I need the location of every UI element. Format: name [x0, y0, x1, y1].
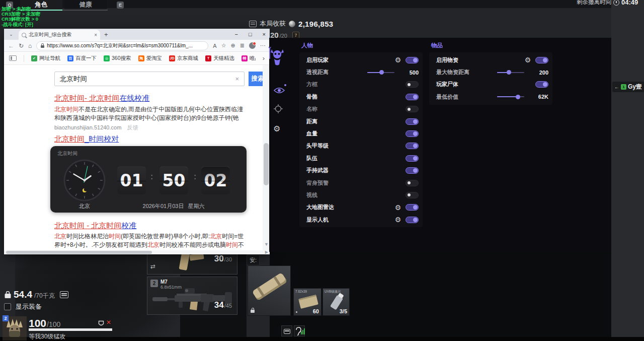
menu-row-启用物资[interactable]: 启用物资⚙ — [429, 54, 552, 66]
more-menu-icon[interactable]: ⋯ — [260, 42, 266, 49]
toggle-knob — [543, 58, 547, 62]
extensions-icon[interactable]: ⊕ — [231, 42, 235, 49]
scroll-down-arrow[interactable]: ▼ — [264, 242, 269, 247]
slider-track[interactable] — [497, 96, 524, 97]
scrollbar-thumb[interactable] — [6, 251, 152, 254]
result-title-link[interactable]: 北京时间- 北京时间在线校准 — [54, 94, 149, 102]
slider-knob[interactable] — [516, 95, 520, 99]
maximize-button[interactable]: □ — [249, 31, 252, 37]
toggle-on[interactable] — [406, 167, 419, 174]
list-icon[interactable] — [249, 21, 257, 27]
toggle-on[interactable] — [406, 118, 419, 125]
toggle-on[interactable] — [406, 143, 419, 149]
menu-row-启用玩家[interactable]: 启用玩家⚙ — [299, 54, 423, 66]
result-domain[interactable]: biaozhunshijian.51240.com — [54, 124, 121, 130]
browser-tab[interactable]: 北京时间_综合搜索 × — [19, 30, 100, 40]
menu-row-方框[interactable]: 方框 — [299, 79, 423, 91]
toggle-on[interactable] — [535, 57, 548, 63]
clear-search-icon[interactable]: × — [235, 75, 239, 83]
search-input[interactable]: 北京时间 × — [54, 72, 245, 86]
show-equipment-checkbox[interactable] — [4, 303, 11, 310]
menu-row-距离[interactable]: 距离 — [299, 115, 423, 127]
menu-row-背身预警[interactable]: 背身预警 — [299, 177, 423, 189]
read-aloud-icon[interactable]: A — [213, 43, 216, 49]
result-title-link[interactable]: 北京时间 - 北京时间校准 — [54, 222, 136, 230]
profile-avatar[interactable] — [249, 42, 256, 49]
slider-track[interactable] — [367, 72, 394, 73]
menu-row-透视距离[interactable]: 透视距离500 — [299, 66, 423, 78]
safe-item-slot[interactable] — [248, 265, 291, 316]
new-tab-button[interactable]: + — [104, 31, 108, 38]
slider-knob[interactable] — [379, 70, 384, 75]
bookmark-百度一下[interactable]: 百百度一下 — [67, 55, 97, 62]
menu-row-最低价值[interactable]: 最低价值62K — [429, 91, 552, 103]
favorite-star-icon[interactable]: ☆ — [221, 42, 226, 49]
toggle-off[interactable] — [406, 81, 419, 88]
tab-search-chevron[interactable]: ⌄ — [7, 30, 16, 38]
menu-row-玩家尸体[interactable]: 玩家尸体 — [429, 79, 552, 91]
horizontal-scrollbar[interactable]: ▶ — [4, 250, 270, 254]
ammo-max: /45 — [224, 303, 232, 309]
weapon-card-primary[interactable]: 2 M7 6.8x51mm 34 /45 — [147, 277, 237, 315]
gear-icon[interactable]: ⚙ — [273, 124, 280, 133]
swap-weapon-icon[interactable]: ⇄ — [150, 263, 155, 270]
gear-icon[interactable]: ⚙ — [393, 204, 403, 211]
toggle-on[interactable] — [406, 217, 419, 223]
crosshair-icon[interactable] — [274, 104, 283, 113]
minimize-button[interactable]: − — [234, 31, 237, 37]
show-equipment-row[interactable]: 显示装备 — [4, 302, 42, 311]
collections-icon[interactable]: ≣ — [240, 42, 245, 49]
bookmark-唯品会[interactable]: 特唯品会 — [242, 55, 256, 62]
search-value[interactable]: 北京时间 — [60, 75, 235, 84]
tab-health[interactable]: 健康 — [64, 0, 107, 10]
home-button[interactable]: ⌂ — [28, 42, 32, 49]
result-feedback-link[interactable]: 反馈 — [127, 124, 138, 130]
menu-row-骨骼[interactable]: 骨骼 — [299, 91, 423, 103]
back-button[interactable]: ← — [8, 42, 14, 49]
tab-panel-icon[interactable] — [9, 55, 17, 61]
slider-knob[interactable] — [507, 70, 511, 75]
refresh-button[interactable]: ↻ — [19, 42, 24, 49]
bookmark-京东商城[interactable]: JD京东商城 — [169, 55, 198, 62]
bookmark-360搜索[interactable]: ◎360搜索 — [104, 55, 131, 62]
chevron-right-icon[interactable]: › — [263, 54, 265, 62]
gear-icon[interactable]: ⚙ — [393, 56, 403, 63]
scroll-right-arrow[interactable]: ▶ — [265, 250, 268, 254]
tab-close-icon[interactable]: × — [94, 32, 97, 38]
menu-row-头甲等级[interactable]: 头甲等级 — [299, 140, 423, 152]
close-button[interactable]: × — [263, 31, 266, 37]
gear-icon[interactable]: ⚙ — [393, 216, 403, 223]
menu-row-血量[interactable]: 血量 — [299, 127, 423, 140]
bookmark-爱淘宝[interactable]: 淘爱淘宝 — [138, 55, 163, 62]
bookmark-天猫精选[interactable]: T天猫精选 — [205, 55, 234, 62]
item-card-meds[interactable]: UVB镇痛片 3/5 — [323, 288, 350, 316]
toggle-on[interactable] — [535, 81, 548, 88]
result-title-link[interactable]: 北京时间_时间校对 — [54, 135, 119, 143]
toggle-off[interactable] — [406, 180, 419, 186]
toggle-on[interactable] — [406, 57, 419, 63]
toggle-on[interactable] — [406, 204, 419, 211]
bookmark-网址导航[interactable]: ✔网址导航 — [31, 55, 60, 62]
slider-track[interactable] — [497, 72, 524, 73]
menu-row-显示人机[interactable]: 显示人机⚙ — [299, 214, 423, 226]
clock-icon — [613, 0, 619, 6]
item-card-ammo[interactable]: 7.62x39 60 — [293, 288, 321, 316]
menu-row-名称[interactable]: 名称 — [299, 103, 423, 115]
url-text[interactable]: https://www.so.com/s?q=北京时间&src=lm&ls=sm… — [47, 42, 204, 49]
menu-row-手持武器[interactable]: 手持武器 — [299, 165, 423, 177]
menu-row-队伍[interactable]: 队伍 — [299, 152, 423, 164]
scrollbar-thumb[interactable] — [264, 143, 269, 185]
inventory-menu-icon[interactable] — [60, 291, 68, 298]
gear-icon[interactable]: ⚙ — [523, 56, 533, 63]
toggle-on[interactable] — [406, 94, 419, 100]
toggle-off[interactable] — [406, 192, 419, 198]
menu-row-大地图雷达[interactable]: 大地图雷达⚙ — [299, 201, 423, 214]
eye-icon[interactable] — [274, 87, 285, 94]
address-bar[interactable]: https://www.so.com/s?q=北京时间&src=lm&ls=sm… — [36, 41, 208, 50]
menu-row-视线[interactable]: 视线 — [299, 189, 423, 201]
toggle-on[interactable] — [406, 130, 419, 137]
date-text: 2026年01月03日 — [143, 203, 184, 209]
toggle-on[interactable] — [406, 155, 419, 162]
menu-row-最大物资距离[interactable]: 最大物资距离200 — [429, 66, 552, 78]
toggle-off[interactable] — [406, 106, 419, 112]
